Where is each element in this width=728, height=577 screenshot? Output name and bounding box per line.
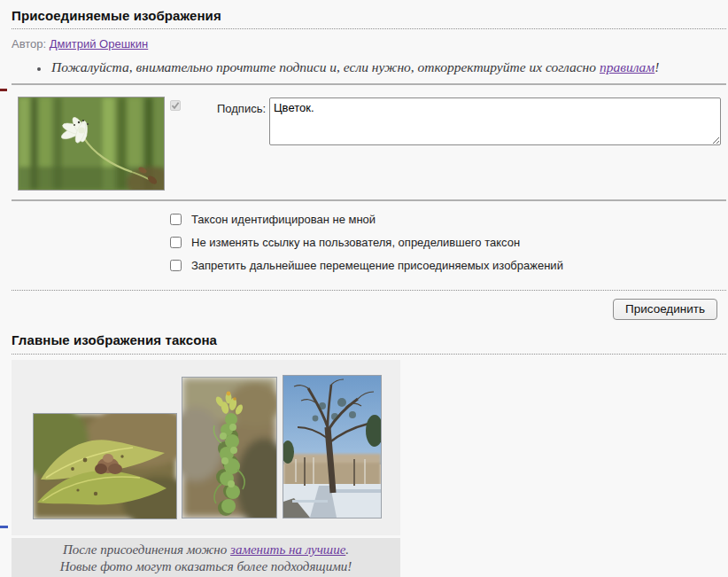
check-icon: [171, 101, 180, 110]
oak-leaves-illustration: [34, 414, 176, 519]
notice-item: Пожалуйста, внимательно прочтите подписи…: [50, 59, 726, 75]
page-title: Присоединяемые изображения: [12, 0, 726, 23]
flower-illustration: [19, 97, 164, 190]
separator-solid: [12, 199, 726, 201]
notice-list: Пожалуйста, внимательно прочтите подписи…: [50, 59, 726, 75]
option-taxon-not-identified-by-me[interactable]: Таксон идентифицирован не мной: [170, 210, 726, 229]
footnote-text-end: .: [345, 542, 349, 557]
left-edge-blue-marker: [0, 526, 8, 528]
separator-dotted: [12, 28, 726, 29]
taxon-footnote: После присоединения можно заменить на лу…: [12, 538, 400, 577]
attach-images-page: Присоединяемые изображения Автор: Дмитри…: [0, 0, 728, 577]
author-line: Автор: Дмитрий Орешкин: [12, 37, 726, 51]
options-group: Таксон идентифицирован не мной Не изменя…: [170, 210, 726, 275]
winter-oak-illustration: [283, 376, 381, 518]
flower-thumbnail-photo[interactable]: [18, 97, 165, 191]
option-label: Запретить дальнейшее перемещение присоед…: [191, 259, 563, 272]
option-forbid-moving-images[interactable]: Запретить дальнейшее перемещение присоед…: [170, 256, 726, 275]
attach-button[interactable]: Присоединить: [613, 299, 717, 320]
plant-shoot-illustration: [182, 378, 276, 518]
keep-identifier-link-checkbox[interactable]: [170, 237, 182, 248]
footnote-line1: После присоединения можно заменить на лу…: [12, 542, 400, 558]
button-row: Присоединить: [12, 299, 726, 320]
forbid-moving-images-checkbox[interactable]: [170, 260, 182, 271]
winter-oak-photo[interactable]: [283, 375, 382, 519]
option-keep-identifier-link[interactable]: Не изменять ссылку на пользователя, опре…: [170, 233, 726, 252]
attach-image-row: Подпись: Цветок.: [12, 97, 726, 191]
notice-text: Пожалуйста, внимательно прочтите подписи…: [51, 59, 600, 74]
separator-solid: [12, 83, 726, 85]
replace-with-better-link[interactable]: заменить на лучшие: [230, 542, 345, 557]
plant-shoot-photo[interactable]: [182, 377, 277, 519]
caption-textarea[interactable]: Цветок.: [269, 97, 721, 145]
footnote-text: После присоединения можно: [63, 542, 230, 557]
oak-leaves-photo[interactable]: [33, 413, 177, 519]
option-label: Таксон идентифицирован не мной: [191, 213, 376, 226]
separator-dotted: [12, 290, 726, 291]
notice-text-end: !: [654, 59, 659, 74]
author-label: Автор:: [12, 37, 46, 51]
rules-link[interactable]: правилам: [600, 59, 654, 74]
taxon-section-title: Главные изображения таксона: [12, 320, 726, 347]
author-link[interactable]: Дмитрий Орешкин: [50, 37, 148, 51]
image-selected-checkbox: [170, 100, 181, 111]
separator-dotted: [12, 354, 726, 355]
caption-label: Подпись:: [217, 102, 266, 115]
taxon-photos-box: [12, 360, 400, 535]
option-label: Не изменять ссылку на пользователя, опре…: [191, 236, 520, 249]
left-edge-red-marker: [0, 89, 7, 91]
footnote-line2: Новые фото могут оказаться более подходя…: [12, 558, 400, 575]
taxon-not-identified-checkbox[interactable]: [170, 214, 182, 225]
